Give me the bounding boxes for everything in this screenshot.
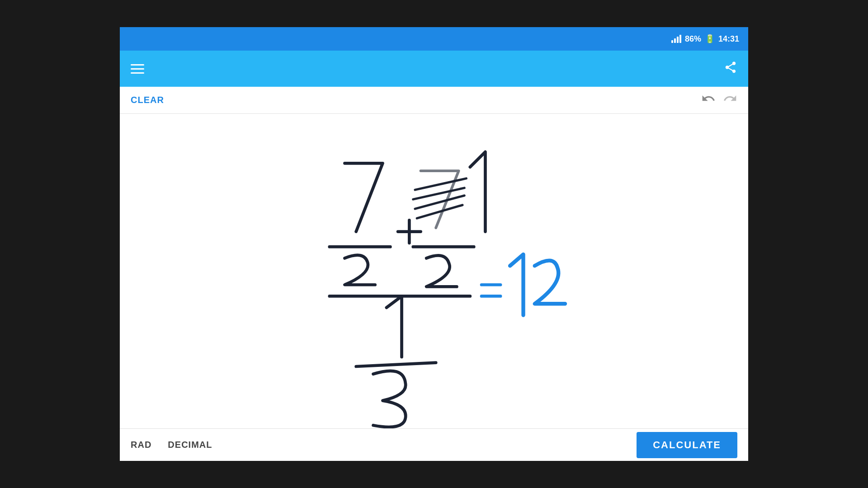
battery-icon: 🔋: [705, 34, 715, 44]
numeral-2-denom-2: [426, 255, 457, 286]
plus-sign: [398, 220, 420, 243]
signal-icon: [671, 35, 681, 43]
status-bar-right: 86% 🔋 14:31: [671, 34, 739, 44]
hamburger-icon[interactable]: [131, 64, 144, 74]
scribbled-numerator: [413, 152, 486, 232]
numeral-3-bottom-denom: [373, 371, 406, 427]
time-label: 14:31: [718, 34, 739, 44]
clear-button[interactable]: CLEAR: [131, 95, 164, 105]
history-buttons: [701, 91, 737, 109]
numeral-1-bottom-num: [387, 296, 402, 357]
redo-button[interactable]: [723, 91, 737, 109]
battery-label: 86%: [685, 34, 701, 44]
undo-button[interactable]: [701, 91, 716, 109]
rad-label[interactable]: RAD: [131, 440, 151, 450]
share-icon[interactable]: [724, 61, 737, 77]
numeral-7: [344, 163, 382, 231]
fraction-bar-bottom: [356, 363, 436, 366]
bottom-left: RAD DECIMAL: [131, 440, 212, 450]
bottom-bar: RAD DECIMAL CALCULATE: [120, 428, 748, 461]
app-bar: [120, 51, 748, 87]
calculate-button[interactable]: CALCULATE: [637, 432, 737, 458]
canvas-area[interactable]: [120, 114, 748, 428]
toolbar: CLEAR: [120, 87, 748, 114]
status-bar: 86% 🔋 14:31: [120, 27, 748, 51]
math-svg: [120, 114, 748, 428]
device-frame: 86% 🔋 14:31 CLEAR: [120, 27, 748, 461]
result-12: [510, 254, 565, 315]
decimal-label[interactable]: DECIMAL: [168, 440, 212, 450]
equals-sign: [481, 285, 500, 296]
numeral-2-denom-1: [344, 255, 375, 285]
